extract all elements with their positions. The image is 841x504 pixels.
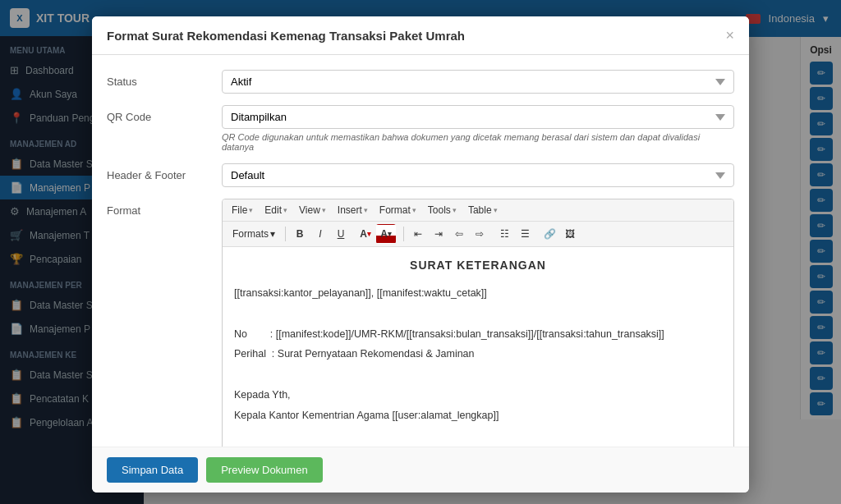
italic-button[interactable]: I [310, 224, 330, 244]
align-center-button[interactable]: ⇥ [429, 224, 448, 244]
align-right-button[interactable]: ⇦ [449, 224, 469, 244]
menu-insert-chevron: ▾ [364, 206, 368, 214]
menu-table-label: Table [468, 204, 492, 216]
image-button[interactable]: 🖼 [560, 224, 580, 244]
menu-tools-label: Tools [428, 204, 451, 216]
status-row: Status Aktif Nonaktif [107, 70, 734, 94]
header-footer-label: Header & Footer [107, 163, 222, 181]
align-left-button[interactable]: ⇤ [408, 224, 428, 244]
header-footer-row: Header & Footer Default Custom [107, 163, 734, 187]
modal-footer: Simpan Data Preview Dokumen [92, 447, 749, 493]
formats-label: Formats [232, 228, 269, 240]
menu-insert-label: Insert [338, 204, 362, 216]
menu-format-label: Format [379, 204, 411, 216]
menu-view-label: View [299, 204, 320, 216]
content-line-4: Perihal : Surat Pernyataan Rekomendasi &… [234, 346, 722, 362]
menu-format[interactable]: Format ▾ [375, 202, 421, 218]
status-control: Aktif Nonaktif [222, 70, 734, 94]
content-line-7: Kepala Kantor Kementrian Agama [[user:al… [234, 408, 722, 424]
editor-toolbar: Formats ▾ B I U A▾ A▾ [223, 222, 733, 247]
formats-chevron: ▾ [270, 228, 275, 240]
modal-backdrop: Format Surat Rekomendasi Kemenag Transak… [0, 0, 841, 504]
format-buttons: B I U [290, 224, 351, 244]
format-row: Format File ▾ Edit ▾ [107, 199, 734, 447]
menu-edit-chevron: ▾ [283, 206, 287, 214]
menu-edit-label: Edit [264, 204, 282, 216]
content-line-2 [234, 306, 722, 322]
qrcode-select[interactable]: Ditampilkan Disembunyikan [222, 105, 734, 129]
content-line-5 [234, 367, 722, 383]
menu-file-label: File [232, 204, 247, 216]
content-line-8 [234, 428, 722, 443]
header-footer-select[interactable]: Default Custom [222, 163, 734, 187]
modal: Format Surat Rekomendasi Kemenag Transak… [92, 16, 749, 493]
qrcode-row: QR Code Ditampilkan Disembunyikan QR Cod… [107, 105, 734, 152]
status-label: Status [107, 70, 222, 88]
insert-buttons: 🔗 🖼 [540, 224, 580, 244]
header-footer-control: Default Custom [222, 163, 734, 187]
menu-format-chevron: ▾ [412, 206, 416, 214]
status-select[interactable]: Aktif Nonaktif [222, 70, 734, 94]
menu-view-chevron: ▾ [322, 206, 326, 214]
preview-button[interactable]: Preview Dokumen [206, 457, 323, 483]
toolbar-formats-btn[interactable]: Formats ▾ [227, 225, 281, 243]
qrcode-hint: QR Code digunakan untuk memastikan bahwa… [222, 132, 734, 152]
toolbar-divider-2 [403, 227, 404, 241]
font-color-buttons: A▾ A▾ [356, 224, 396, 244]
modal-title: Format Surat Rekomendasi Kemenag Transak… [107, 29, 465, 43]
content-title: SURAT KETERANGAN [234, 257, 722, 274]
editor-container: File ▾ Edit ▾ View ▾ [222, 199, 734, 447]
menu-tools-chevron: ▾ [453, 206, 457, 214]
editor-menubar: File ▾ Edit ▾ View ▾ [223, 199, 733, 222]
menu-table[interactable]: Table ▾ [463, 202, 503, 218]
content-line-3: No : [[manifest:kode]]/UMR-RKM/[[transak… [234, 327, 722, 342]
font-color-button[interactable]: A▾ [356, 224, 375, 244]
editor-wrap: File ▾ Edit ▾ View ▾ [222, 199, 734, 447]
link-button[interactable]: 🔗 [540, 224, 559, 244]
toolbar-divider-1 [285, 227, 286, 241]
qrcode-label: QR Code [107, 105, 222, 123]
list-buttons: ☷ ☰ [494, 224, 535, 244]
format-label: Format [107, 199, 222, 217]
align-justify-button[interactable]: ⇨ [470, 224, 489, 244]
menu-insert[interactable]: Insert ▾ [333, 202, 373, 218]
menu-edit[interactable]: Edit ▾ [260, 202, 292, 218]
bold-button[interactable]: B [290, 224, 310, 244]
unordered-list-button[interactable]: ☰ [515, 224, 535, 244]
menu-view[interactable]: View ▾ [294, 202, 331, 218]
content-line-1: [[transaksi:kantor_pelayanan]], [[manife… [234, 286, 722, 301]
align-buttons: ⇤ ⇥ ⇦ ⇨ [408, 224, 489, 244]
modal-body: Status Aktif Nonaktif QR Code Ditampilka… [92, 55, 749, 447]
save-button[interactable]: Simpan Data [107, 457, 198, 483]
modal-header: Format Surat Rekomendasi Kemenag Transak… [92, 16, 749, 55]
modal-close-button[interactable]: × [725, 28, 734, 43]
ordered-list-button[interactable]: ☷ [494, 224, 514, 244]
menu-file[interactable]: File ▾ [227, 202, 258, 218]
content-line-6: Kepada Yth, [234, 387, 722, 403]
menu-table-chevron: ▾ [494, 206, 498, 214]
editor-content[interactable]: SURAT KETERANGAN [[transaksi:kantor_pela… [223, 247, 733, 447]
qrcode-control: Ditampilkan Disembunyikan QR Code diguna… [222, 105, 734, 152]
bg-color-button[interactable]: A▾ [376, 224, 396, 244]
underline-button[interactable]: U [331, 224, 351, 244]
menu-file-chevron: ▾ [249, 206, 253, 214]
menu-tools[interactable]: Tools ▾ [423, 202, 462, 218]
